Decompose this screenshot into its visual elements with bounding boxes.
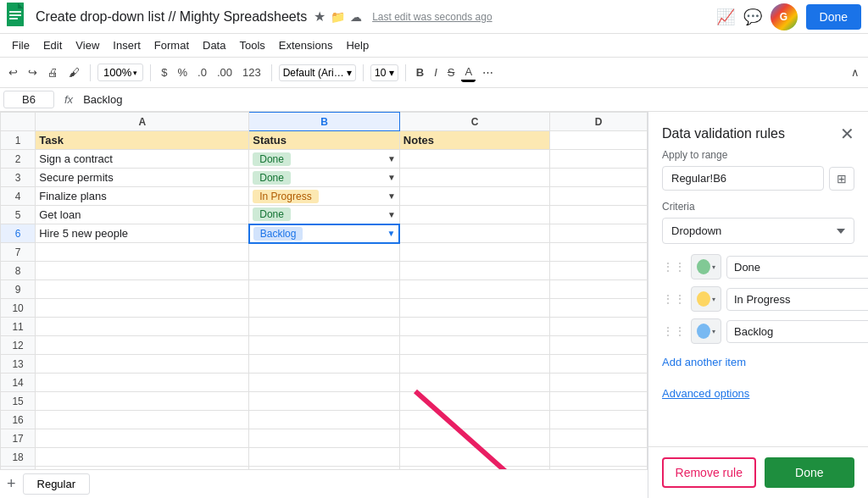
done-button[interactable]: Done xyxy=(765,457,855,488)
cell-A6[interactable]: Hire 5 new people xyxy=(36,224,249,243)
cell-C6[interactable] xyxy=(399,224,550,243)
star-icon[interactable]: ★ xyxy=(314,8,326,25)
more-formats-button[interactable]: ⋯ xyxy=(479,64,497,80)
color-picker-done[interactable]: ▾ xyxy=(691,254,721,279)
cell-A2[interactable]: Sign a contract xyxy=(36,150,249,169)
cell-B4[interactable]: In Progress ▼ xyxy=(249,187,400,206)
color-picker-inprogress[interactable]: ▾ xyxy=(691,286,721,312)
item-input-done[interactable] xyxy=(726,256,868,279)
table-row: 2 Sign a contract Done ▼ xyxy=(1,150,648,169)
cell-C5[interactable] xyxy=(399,206,550,224)
menu-format[interactable]: Format xyxy=(147,37,196,53)
sheet-tab-label: Regular xyxy=(37,478,76,490)
paint-format-button[interactable]: 🖌 xyxy=(65,64,83,80)
menu-extensions[interactable]: Extensions xyxy=(272,37,340,53)
menubar: File Edit View Insert Format Data Tools … xyxy=(0,34,868,58)
sheets-app-icon xyxy=(7,3,29,31)
apply-to-range-section: Apply to range ⊞ xyxy=(648,149,868,201)
items-section: ⋮⋮ ▾ 🗑 ⋮⋮ ▾ 🗑 ⋮⋮ xyxy=(648,254,868,384)
cell-C2[interactable] xyxy=(399,150,550,169)
cloud-icon[interactable]: ☁ xyxy=(350,10,362,24)
cell-B1[interactable]: Status xyxy=(249,131,400,150)
menu-edit[interactable]: Edit xyxy=(36,37,69,53)
range-input[interactable] xyxy=(662,166,824,191)
col-header-D[interactable]: D xyxy=(550,113,648,131)
svg-rect-4 xyxy=(9,18,18,19)
cell-C1[interactable]: Notes xyxy=(399,131,550,150)
folder-icon[interactable]: 📁 xyxy=(331,10,345,24)
sidebar-close-button[interactable]: ✕ xyxy=(840,125,854,142)
dropdown-arrow: ▼ xyxy=(387,154,396,163)
cell-C3[interactable] xyxy=(399,169,550,187)
drag-handle-3[interactable]: ⋮⋮ xyxy=(662,324,686,338)
text-color-button[interactable]: A xyxy=(461,64,476,82)
cell-B5[interactable]: Done ▼ xyxy=(249,206,400,224)
color-picker-backlog[interactable]: ▾ xyxy=(691,318,721,344)
font-selector[interactable]: Default (Ari… ▾ xyxy=(279,64,356,81)
analytics-icon[interactable]: 📈 xyxy=(716,8,735,26)
table-row: 10 xyxy=(1,299,648,318)
cell-A1[interactable]: Task xyxy=(36,131,249,150)
cell-ref-input[interactable] xyxy=(3,91,54,108)
item-input-backlog[interactable] xyxy=(726,320,868,343)
toolbar-sep-1 xyxy=(90,64,91,81)
color-dot-inprogress xyxy=(697,291,710,307)
cell-A3[interactable]: Secure permits xyxy=(36,169,249,187)
sheet-tab-regular[interactable]: Regular xyxy=(23,473,91,495)
drag-handle-2[interactable]: ⋮⋮ xyxy=(662,292,686,306)
cell-A4[interactable]: Finalize plans xyxy=(36,187,249,206)
drag-handle-1[interactable]: ⋮⋮ xyxy=(662,260,686,274)
percent-button[interactable]: % xyxy=(174,64,191,80)
advanced-options-link[interactable]: Advanced options xyxy=(662,384,854,403)
add-sheet-button[interactable]: + xyxy=(7,475,16,493)
remove-rule-button[interactable]: Remove rule xyxy=(662,457,756,488)
share-button[interactable]: Done xyxy=(806,4,861,30)
fontsize-selector[interactable]: 10 ▾ xyxy=(370,64,398,81)
collapse-toolbar-button[interactable]: ∧ xyxy=(848,64,863,80)
cell-A5[interactable]: Get loan xyxy=(36,206,249,224)
currency-button[interactable]: $ xyxy=(158,64,170,80)
menu-view[interactable]: View xyxy=(69,37,106,53)
undo-button[interactable]: ↩ xyxy=(5,64,21,80)
print-button[interactable]: 🖨 xyxy=(44,64,62,80)
formula-input[interactable] xyxy=(83,93,865,106)
comments-icon[interactable]: 💬 xyxy=(743,8,762,26)
toolbar-sep-3 xyxy=(271,64,272,81)
cell-B2[interactable]: Done ▼ xyxy=(249,150,400,169)
menu-file[interactable]: File xyxy=(5,37,36,53)
account-icon[interactable]: G xyxy=(771,3,798,30)
cell-B6[interactable]: Backlog ▼ xyxy=(249,224,400,243)
criteria-select[interactable]: Dropdown Text Number xyxy=(662,218,854,244)
menu-insert[interactable]: Insert xyxy=(106,37,147,53)
redo-button[interactable]: ↪ xyxy=(25,64,41,80)
toolbar: ↩ ↪ 🖨 🖌 100% ▾ $ % .0 .00 123 Default (A… xyxy=(0,58,868,88)
menu-tools[interactable]: Tools xyxy=(232,37,271,53)
cell-D1[interactable] xyxy=(550,131,648,150)
decrease-decimal-button[interactable]: .0 xyxy=(194,64,210,80)
col-header-C[interactable]: C xyxy=(399,113,550,131)
col-header-A[interactable]: A xyxy=(36,113,249,131)
item-input-inprogress[interactable] xyxy=(726,288,868,311)
cell-D4[interactable] xyxy=(550,187,648,206)
number-format-button[interactable]: 123 xyxy=(239,64,264,80)
strikethrough-button[interactable]: S xyxy=(444,64,459,80)
table-row: 4 Finalize plans In Progress ▼ xyxy=(1,187,648,206)
zoom-selector[interactable]: 100% ▾ xyxy=(97,64,143,81)
cell-D2[interactable] xyxy=(550,150,648,169)
bold-button[interactable]: B xyxy=(413,64,427,80)
menu-data[interactable]: Data xyxy=(196,37,232,53)
italic-button[interactable]: I xyxy=(431,64,441,80)
cell-D3[interactable] xyxy=(550,169,648,187)
increase-decimal-button[interactable]: .00 xyxy=(214,64,236,80)
sidebar-footer: Remove rule Done xyxy=(648,446,868,498)
cell-D6[interactable] xyxy=(550,224,648,243)
menu-help[interactable]: Help xyxy=(339,37,376,53)
doc-title[interactable]: Create drop-down list // Mighty Spreadsh… xyxy=(36,9,307,25)
cell-B3[interactable]: Done ▼ xyxy=(249,169,400,187)
add-another-item-button[interactable]: Add another item xyxy=(662,351,746,374)
range-grid-button[interactable]: ⊞ xyxy=(829,167,854,191)
col-header-B[interactable]: B xyxy=(249,113,400,131)
cell-D5[interactable] xyxy=(550,206,648,224)
cell-C4[interactable] xyxy=(399,187,550,206)
color-dot-arrow-done: ▾ xyxy=(712,263,715,271)
